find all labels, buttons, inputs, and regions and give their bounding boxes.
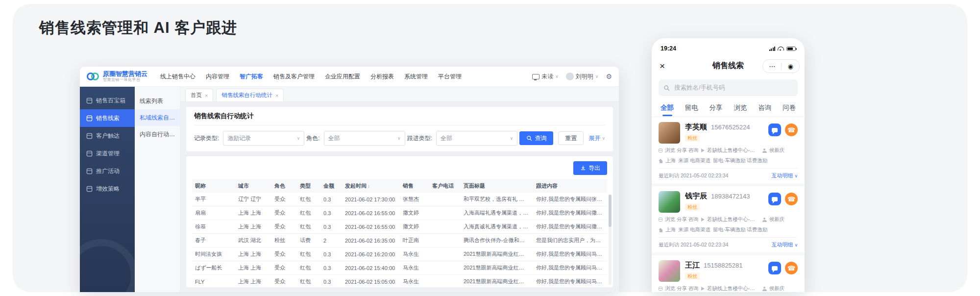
search-bar[interactable] [659, 79, 798, 96]
table-scrollbar[interactable] [609, 195, 612, 285]
table-row[interactable]: 春子 武汉 湖北 粉丝 话费 2 2021-06-02 16:35:00 叶正南… [192, 234, 607, 247]
topnav-item[interactable]: 平台管理 [438, 73, 462, 81]
filter-select[interactable]: 激励记录 ∨ [223, 131, 304, 146]
table-row[interactable]: 时间法女孩 上海 上海 受众 红包 0.3 2021-06-02 16:20:0… [192, 247, 607, 261]
cell-time: 2021-06-02 17:30:00 [342, 197, 400, 202]
cell-role: 受众 [271, 278, 297, 285]
more-icon[interactable]: ⋯ [769, 63, 775, 70]
cell-type: 红包 [297, 209, 320, 217]
mobile-filter-tab[interactable]: 浏览 [733, 99, 748, 116]
lead-card[interactable]: 钱宇辰 18938472143 粉丝 ☎ 浏览 分享 咨询 若缺线上售楼中心-全… [652, 186, 805, 255]
mobile-filter-tab[interactable]: 分享 [709, 99, 724, 116]
breadcrumb-tab[interactable]: 首页 × [185, 89, 213, 101]
mobile-filter-tab[interactable]: 问卷 [782, 99, 797, 116]
content-title: 销售线索自行动统计 [194, 112, 605, 125]
close-tab-icon[interactable]: × [275, 93, 278, 99]
lead-actions: ☎ [768, 262, 798, 274]
sidebar-item[interactable]: 推广活动 [80, 162, 135, 180]
table-column-header[interactable]: 昵称 [192, 182, 235, 190]
sidebar-item-label: 渠道管理 [96, 149, 120, 158]
cell-role: 受众 [271, 196, 297, 203]
search-button[interactable]: 查询 [519, 131, 553, 145]
table-row[interactable]: 扇扇 上海 上海 受众 红包 0.3 2021-06-02 16:55:00 撒… [192, 206, 607, 220]
chat-button[interactable] [768, 123, 781, 136]
reset-button[interactable]: 重置 [558, 131, 584, 145]
filter-select[interactable]: 全部 ∨ [436, 131, 517, 146]
table-column-header[interactable]: 类型 [297, 182, 320, 190]
cell-type: 红包 [297, 250, 320, 258]
call-button[interactable]: ☎ [785, 262, 798, 274]
table-column-header[interactable]: 角色 [271, 182, 297, 190]
call-button[interactable]: ☎ [785, 193, 798, 205]
cell-role: 受众 [271, 264, 297, 271]
user-menu[interactable]: 刘明明 ∨ [566, 73, 599, 81]
lead-card[interactable]: 王江 15158825281 粉丝 ☎ 浏览 分享 咨询 若缺线上售楼中心-分享… [652, 255, 805, 292]
topnav-item[interactable]: 线上销售中心 [160, 73, 196, 81]
topnav-item[interactable]: 系统管理 [404, 73, 428, 81]
minimize-icon[interactable]: ◉ [787, 63, 793, 70]
topnav-item[interactable]: 内容管理 [206, 73, 229, 81]
table-column-header[interactable]: 跟进内容 [533, 182, 607, 190]
expand-toggle[interactable]: 展开 ∨ [588, 134, 605, 143]
close-tab-icon[interactable]: × [205, 93, 208, 99]
gear-icon[interactable]: ⚙ [606, 73, 612, 80]
subsidebar-item[interactable]: 内容自行动… [135, 126, 180, 143]
env-label: 未读 [541, 73, 553, 81]
table-column-header[interactable]: 客户电话 [429, 182, 461, 190]
cell-nickname: 徐慕 [192, 223, 235, 230]
cell-amount: 2 [320, 238, 342, 244]
sidebar-item[interactable]: 增效策略 [80, 180, 135, 197]
topnav-item[interactable]: 企业应用配置 [325, 73, 360, 81]
table-column-header[interactable]: 发起时间 ↓ [342, 182, 400, 190]
cell-city: 上海 上海 [235, 278, 271, 285]
miniprogram-capsule[interactable]: ⋯ ◉ [762, 59, 800, 73]
chat-button[interactable] [768, 262, 781, 274]
crm-window: 原圈智慧营销云 智慧营销一体化平台 线上销售中心 内容管理 智广拓客 销售及客户… [80, 67, 619, 292]
chevron-down-icon: ∨ [794, 243, 798, 247]
table-column-header[interactable]: 金额 [320, 182, 342, 190]
chat-button[interactable] [768, 193, 781, 205]
cell-follow-up: 你好,我是您的专属顾问撒文婷,… [533, 209, 607, 217]
sidebar-item[interactable]: 客户触达 [80, 127, 135, 145]
search-input[interactable] [673, 84, 793, 92]
cell-city: 上海 上海 [235, 250, 271, 258]
table-column-header[interactable]: 销售 [400, 182, 429, 190]
mobile-filter-tab[interactable]: 全部 [660, 99, 675, 116]
sidebar-item[interactable]: 渠道管理 [80, 145, 135, 162]
topnav-item[interactable]: 分析报表 [370, 73, 394, 81]
sidebar-item[interactable]: 销售线索 [80, 109, 135, 127]
table-row[interactable]: ばずー船长 上海 上海 受众 红包 0.3 2021-06-02 15:40:0… [192, 261, 607, 275]
tab-strip: 首页 × 销售线索自行动统计 × [180, 87, 619, 102]
mobile-filter-tab[interactable]: 咨询 [757, 99, 772, 116]
interaction-detail-link[interactable]: 互动明细 ∨ [771, 172, 798, 179]
interaction-detail-link[interactable]: 互动明细 ∨ [771, 241, 798, 248]
menu-icon [86, 98, 93, 104]
subsidebar-item[interactable]: 私域线索自… [135, 109, 180, 126]
filter-select[interactable]: 全部 ∨ [324, 131, 405, 146]
close-icon[interactable]: × [660, 61, 665, 71]
subsidebar-item[interactable]: 线索列表 [135, 93, 180, 109]
cell-role: 受众 [271, 223, 297, 230]
table-column-header[interactable]: 城市 [235, 182, 271, 190]
env-menu[interactable]: 未读 ∨ [532, 73, 559, 81]
sidebar-item[interactable]: 销售百宝箱 [80, 92, 135, 109]
mobile-filter-tab[interactable]: 留电 [684, 99, 699, 116]
topnav-item[interactable]: 智广拓客 [240, 73, 263, 81]
sort-down-icon[interactable]: ↓ [368, 183, 370, 189]
export-button[interactable]: 导出 [573, 161, 607, 175]
table-row[interactable]: FLY 上海 上海 受众 红包 0.3 2021-06-02 15:05:00 … [192, 275, 607, 287]
table-column-header[interactable]: 页面标题 [461, 182, 533, 190]
app-logo[interactable]: 原圈智慧营销云 智慧营销一体化平台 [87, 71, 147, 82]
call-button[interactable]: ☎ [785, 123, 798, 136]
table-row[interactable]: 半平 辽宁 辽宁 受众 红包 0.3 2021-06-02 17:30:00 张… [192, 193, 607, 206]
scrollbar-thumb[interactable] [609, 195, 612, 227]
breadcrumb-tab[interactable]: 销售线索自行动统计 × [216, 89, 284, 101]
sub-sidebar: 线索列表 私域线索自… 内容自行动… [135, 87, 180, 292]
wifi-icon [778, 47, 784, 50]
topnav-item[interactable]: 销售及客户管理 [273, 73, 315, 81]
cell-time: 2021-06-02 16:35:00 [342, 238, 400, 244]
lead-card[interactable]: 李英顺 15676525224 粉丝 ☎ 浏览 分享 咨询 若缺线上售楼中心-全… [652, 117, 805, 186]
table-row[interactable]: 徐慕 上海 上海 受众 红包 0.3 2021-06-02 16:55:00 撒… [192, 220, 607, 234]
chat-icon [772, 266, 778, 271]
cell-amount: 0.3 [320, 265, 342, 271]
